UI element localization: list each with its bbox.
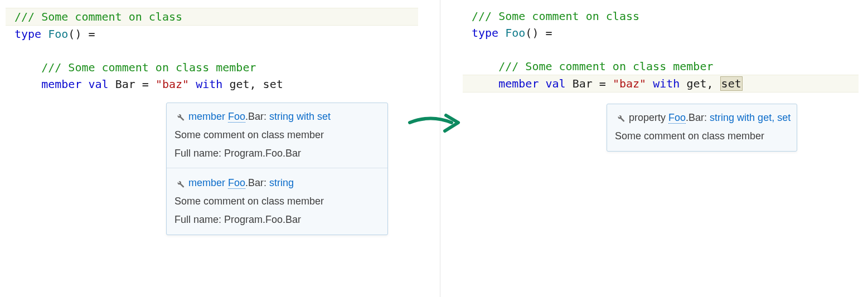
comparison-stage: /// Some comment on classtype Foo() = //… [0,0,868,297]
sig-type-foo[interactable]: Foo [228,177,245,189]
code-keyword-with: with [653,77,680,90]
editor-pane-before: /// Some comment on classtype Foo() = //… [6,8,418,92]
wrench-icon [615,113,625,123]
sig-type-foo[interactable]: Foo [668,112,686,124]
sig-type: string [269,177,294,188]
sig-prefix: member [188,111,228,122]
wrench-icon [174,111,185,121]
code-ident-get: get [686,77,706,90]
code-keyword-member: member [498,77,539,90]
code-comment: /// Some comment on class [472,9,639,23]
code-keyword-val: val [545,77,565,90]
code-comment: /// Some comment on class member [41,61,256,74]
sig-suffix: with get, set [734,112,791,123]
sig-prefix: property [629,112,668,123]
sig-bar: .Bar: [686,112,710,123]
code-ident-bar: Bar [573,77,593,90]
sig-bar: .Bar: [245,177,269,188]
sig-type: string [710,112,734,123]
tooltip-description: Some comment on class member [174,127,380,143]
editor-pane-after: /// Some comment on classtype Foo() = //… [463,8,859,92]
wrench-icon [174,178,185,188]
code-keyword-val: val [88,77,108,91]
tooltip-fullname: Full name: Program.Foo.Bar [174,212,380,228]
code-keyword-type: type [472,26,498,40]
code-block-before[interactable]: /// Some comment on classtype Foo() = //… [6,8,418,92]
code-ident-set-selected: set [720,76,743,91]
sig-type: string [269,111,294,122]
code-ident-get: get [229,77,249,91]
code-ident-bar: Bar [115,77,135,91]
tooltip-before: member Foo.Bar: string with set Some com… [166,103,388,235]
tooltip-description: Some comment on class member [615,128,789,144]
code-comment: /// Some comment on class [14,10,182,23]
code-block-after[interactable]: /// Some comment on classtype Foo() = //… [463,8,859,92]
arrow-icon [407,109,463,139]
code-keyword-type: type [14,27,41,41]
sig-bar: .Bar: [245,111,269,122]
tooltip-signature: property Foo.Bar: string with get, set [615,110,789,126]
code-keyword-with: with [196,77,222,91]
pane-separator [440,0,440,297]
code-typename: Foo [505,26,525,40]
code-string: "baz" [156,77,189,91]
tooltip-signature: member Foo.Bar: string [174,175,380,191]
tooltip-divider [167,168,387,168]
code-parens: () = [525,26,552,40]
code-string: "baz" [613,77,646,90]
tooltip-fullname: Full name: Program.Foo.Bar [174,145,380,162]
sig-type-foo[interactable]: Foo [228,111,245,123]
tooltip-after: property Foo.Bar: string with get, set S… [607,104,797,152]
sig-suffix: with set [294,111,331,122]
sig-prefix: member [188,177,228,188]
code-comment: /// Some comment on class member [498,60,713,73]
tooltip-description: Some comment on class member [174,193,380,210]
code-keyword-member: member [41,77,81,91]
code-typename: Foo [48,27,68,41]
tooltip-signature: member Foo.Bar: string with set [174,109,380,125]
code-parens: () = [68,27,95,41]
code-ident-set: set [263,77,283,91]
